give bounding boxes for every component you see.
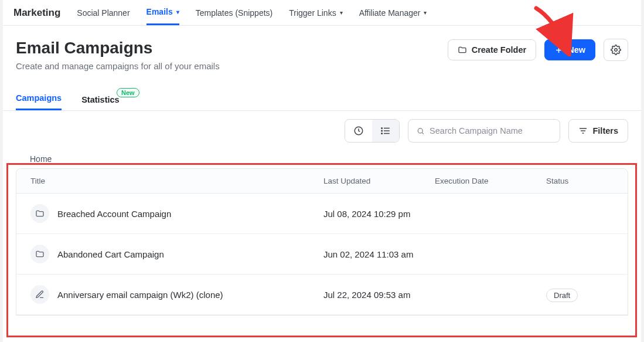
tab-statistics[interactable]: Statistics New bbox=[81, 95, 119, 110]
campaign-list-wrap: Home Title Last Updated Execution Date S… bbox=[3, 151, 641, 316]
tab-campaigns[interactable]: Campaigns bbox=[16, 93, 62, 110]
nav-label: Affiliate Manager bbox=[359, 8, 421, 18]
view-toggle bbox=[345, 119, 400, 143]
page-title: Email Campaigns bbox=[16, 39, 220, 57]
svg-point-3 bbox=[381, 130, 383, 131]
nav-item-affiliate[interactable]: Affiliate Manager ▾ bbox=[359, 0, 427, 25]
nav-label: Emails bbox=[146, 7, 173, 16]
nav-item-emails[interactable]: Emails ▾ bbox=[146, 0, 179, 25]
table-row[interactable]: Anniversary email campaign (Wk2) (clone)… bbox=[16, 275, 628, 315]
col-updated: Last Updated bbox=[323, 177, 435, 185]
row-title: Anniversary email campaign (Wk2) (clone) bbox=[57, 290, 223, 300]
svg-point-2 bbox=[381, 128, 383, 129]
svg-point-5 bbox=[418, 128, 423, 133]
chevron-down-icon: ▾ bbox=[424, 9, 427, 16]
search-icon bbox=[417, 127, 425, 136]
table-row[interactable]: Abandoned Cart Campaign Jun 02, 2024 11:… bbox=[16, 234, 628, 275]
settings-button[interactable] bbox=[604, 39, 628, 61]
tab-label: Statistics bbox=[81, 95, 119, 104]
search-input[interactable] bbox=[430, 126, 551, 136]
filter-icon bbox=[578, 126, 588, 136]
top-nav: Marketing Social Planner Emails ▾ Templa… bbox=[3, 0, 641, 26]
folder-icon bbox=[30, 245, 49, 263]
breadcrumb[interactable]: Home bbox=[16, 151, 628, 168]
list-toolbar: Filters bbox=[3, 111, 641, 151]
search-box[interactable] bbox=[408, 119, 560, 143]
filters-label: Filters bbox=[592, 126, 618, 136]
row-actions-button[interactable]: ⋮ bbox=[616, 248, 628, 260]
row-actions-button[interactable]: ⋮ bbox=[616, 288, 628, 301]
folder-icon bbox=[30, 204, 49, 223]
chevron-down-icon: ▾ bbox=[340, 9, 343, 16]
col-execution: Execution Date bbox=[435, 177, 546, 185]
row-actions-button[interactable]: ⋮ bbox=[616, 207, 628, 220]
new-badge: New bbox=[117, 88, 139, 97]
list-icon bbox=[380, 126, 391, 136]
nav-item-social-planner[interactable]: Social Planner bbox=[77, 0, 130, 25]
page-subtitle: Create and manage campaigns for all of y… bbox=[16, 61, 220, 71]
row-updated: Jul 08, 2024 10:29 pm bbox=[323, 209, 435, 219]
table-header: Title Last Updated Execution Date Status bbox=[16, 169, 628, 194]
recent-view-button[interactable] bbox=[345, 120, 372, 142]
svg-point-0 bbox=[615, 49, 618, 52]
edit-icon bbox=[30, 285, 49, 304]
nav-item-trigger-links[interactable]: Trigger Links ▾ bbox=[289, 0, 342, 25]
nav-label: Trigger Links bbox=[289, 8, 336, 18]
filters-button[interactable]: Filters bbox=[568, 119, 628, 143]
plus-icon bbox=[554, 46, 563, 55]
campaign-table: Title Last Updated Execution Date Status… bbox=[16, 168, 628, 316]
folder-icon bbox=[458, 45, 467, 55]
col-status: Status bbox=[546, 177, 616, 185]
chevron-down-icon: ▾ bbox=[176, 9, 179, 15]
nav-label: Social Planner bbox=[77, 8, 130, 18]
sub-nav: Campaigns Statistics New bbox=[3, 71, 641, 111]
list-view-button[interactable] bbox=[372, 120, 399, 142]
svg-point-4 bbox=[381, 133, 383, 134]
gear-icon bbox=[611, 45, 621, 55]
page-header: Email Campaigns Create and manage campai… bbox=[3, 26, 641, 71]
clock-icon bbox=[353, 126, 364, 136]
row-status: Draft bbox=[546, 290, 616, 300]
col-title: Title bbox=[30, 177, 323, 185]
row-title: Breached Account Campaign bbox=[57, 209, 171, 219]
brand: Marketing bbox=[13, 7, 60, 19]
create-folder-label: Create Folder bbox=[472, 45, 526, 55]
create-folder-button[interactable]: Create Folder bbox=[448, 39, 536, 60]
nav-label: Templates (Snippets) bbox=[196, 8, 273, 18]
nav-item-templates[interactable]: Templates (Snippets) bbox=[196, 0, 273, 25]
row-updated: Jun 02, 2024 11:03 am bbox=[323, 249, 435, 259]
table-row[interactable]: Breached Account Campaign Jul 08, 2024 1… bbox=[16, 194, 628, 234]
tab-label: Campaigns bbox=[16, 93, 62, 103]
row-title: Abandoned Cart Campaign bbox=[57, 249, 164, 259]
new-button[interactable]: New bbox=[544, 39, 595, 60]
row-updated: Jul 22, 2024 09:53 am bbox=[323, 290, 435, 300]
status-badge: Draft bbox=[546, 289, 578, 302]
new-label: New bbox=[568, 45, 585, 55]
